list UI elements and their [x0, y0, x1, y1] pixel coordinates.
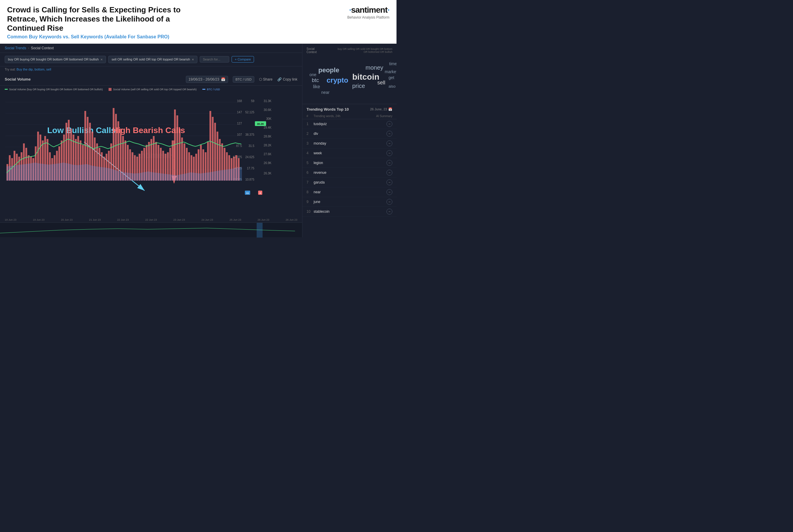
try-out-link[interactable]: Buy the dip, bottom, sell: [17, 68, 51, 71]
x-label-0: 19 Jun 23: [5, 218, 17, 221]
row-num: 3: [307, 141, 314, 146]
svg-rect-54: [35, 146, 37, 180]
search-tag-sell[interactable]: sell OR selling OR sold OR top OR topped…: [108, 56, 197, 63]
legend-green-label: Social Volume (buy OR buying OR bought O…: [9, 88, 103, 91]
cloud-word-bitcoin[interactable]: bitcoin: [352, 72, 380, 82]
close-icon[interactable]: ×: [101, 57, 103, 62]
x-label-9: 26 Jun 23: [257, 218, 269, 221]
calendar-icon: 📅: [221, 77, 226, 81]
svg-rect-114: [176, 115, 178, 180]
date-range-picker[interactable]: 19/06/23 - 26/06/23 📅: [186, 76, 228, 83]
col-header-word: Trending words, 24h: [314, 114, 369, 118]
cloud-word-money[interactable]: money: [366, 64, 383, 71]
table-row[interactable]: 7 garuda −: [303, 178, 396, 187]
cloud-word-price[interactable]: price: [352, 83, 365, 90]
cloud-word-also[interactable]: also: [389, 84, 395, 89]
search-input[interactable]: [200, 56, 229, 62]
minus-icon: −: [386, 209, 392, 214]
svg-rect-91: [122, 136, 124, 180]
share-button[interactable]: ⬡ Share: [259, 77, 273, 81]
date-range-text: 19/06/23 - 26/06/23: [189, 77, 219, 81]
cloud-word-people[interactable]: people: [318, 66, 339, 74]
table-row[interactable]: 9 june −: [303, 197, 396, 207]
svg-rect-14: [255, 121, 266, 126]
svg-rect-52: [30, 157, 32, 180]
x-label-10: 26 Jun 23: [286, 218, 297, 221]
svg-rect-124: [200, 145, 202, 180]
close-icon[interactable]: ×: [192, 57, 194, 62]
svg-rect-139: [235, 155, 237, 180]
svg-rect-128: [210, 111, 211, 180]
asset-text: BTC / USD: [235, 78, 251, 81]
svg-rect-99: [141, 151, 143, 180]
page-title: Crowd is Calling for Sells & Expecting P…: [7, 5, 208, 33]
breadcrumb: Social Trends › Social Context: [0, 44, 302, 53]
svg-rect-59: [46, 139, 49, 180]
svg-text:29.4K: 29.4K: [264, 126, 271, 129]
svg-rect-49: [23, 144, 25, 180]
svg-rect-103: [151, 139, 152, 180]
svg-rect-113: [174, 110, 176, 180]
table-row[interactable]: 4 week −: [303, 148, 396, 158]
minus-icon: −: [386, 199, 392, 205]
svg-text:28.8K: 28.8K: [264, 135, 271, 138]
annotation-arrows: 168 147 127 107 87.5 67.375 47.25 27.125…: [0, 93, 302, 217]
minus-icon: −: [386, 160, 392, 166]
svg-rect-56: [40, 135, 41, 180]
cloud-word-time[interactable]: time: [389, 61, 396, 66]
copy-link-button[interactable]: 🔗 Copy link: [277, 77, 297, 81]
page-header: Crowd is Calling for Sells & Expecting P…: [0, 0, 396, 44]
legend-blue: BTC / USD: [202, 88, 220, 91]
cloud-word-sell[interactable]: sell: [377, 80, 385, 86]
row-num: 6: [307, 171, 314, 175]
svg-rect-48: [21, 152, 22, 180]
svg-rect-63: [56, 151, 58, 180]
cloud-word-get[interactable]: get: [389, 75, 394, 80]
cloud-word-like[interactable]: like: [313, 84, 320, 90]
word-cloud-area: SocialContext buy OR selling OR sold OR …: [303, 44, 396, 104]
legend-green: Social Volume (buy OR buying OR bought O…: [5, 88, 103, 91]
svg-rect-76: [87, 117, 89, 180]
svg-rect-53: [33, 158, 34, 180]
chart-area: ·santiment· Low Bullish Calls High Beari…: [0, 93, 302, 217]
search-tag-buy-text: buy OR buying OR bought OR bottom OR bot…: [8, 58, 99, 61]
svg-rect-74: [82, 145, 84, 180]
breadcrumb-parent[interactable]: Social Trends: [5, 46, 26, 50]
svg-rect-64: [58, 146, 60, 180]
table-row[interactable]: 1 tusdquiz −: [303, 119, 396, 129]
cloud-word-near[interactable]: near: [321, 90, 330, 95]
table-row[interactable]: 8 near −: [303, 187, 396, 197]
svg-rect-95: [132, 152, 133, 180]
table-row[interactable]: 5 legion −: [303, 158, 396, 168]
cloud-word-market[interactable]: market: [385, 69, 396, 74]
svg-rect-137: [231, 158, 232, 180]
search-tag-buy[interactable]: buy OR buying OR bought OR bottom OR bot…: [5, 56, 106, 63]
cloud-word-one[interactable]: one: [309, 72, 316, 77]
table-row[interactable]: 3 monday −: [303, 139, 396, 148]
svg-rect-84: [105, 154, 108, 180]
table-row[interactable]: 2 dlv −: [303, 129, 396, 139]
minimap[interactable]: [0, 223, 302, 237]
svg-text:28.2K: 28.2K: [264, 144, 271, 147]
try-out-label: Try out:: [5, 68, 16, 71]
table-row[interactable]: 10 stablecoin −: [303, 207, 396, 216]
svg-rect-46: [16, 154, 18, 180]
col-header-ai: AI Summary: [369, 114, 392, 118]
word-cloud-content: onepeoplemoneytimebtccryptobitcoinmarket…: [307, 56, 392, 100]
row-num: 9: [307, 200, 314, 204]
svg-text:30K: 30K: [266, 117, 271, 120]
asset-selector[interactable]: BTC / USD: [233, 76, 254, 83]
svg-rect-140: [238, 158, 239, 180]
minus-icon: −: [386, 131, 392, 137]
header-left: Crowd is Calling for Sells & Expecting P…: [7, 5, 208, 40]
share-label: Share: [263, 77, 273, 81]
cloud-word-crypto[interactable]: crypto: [327, 76, 348, 84]
trending-table-body: 1 tusdquiz − 2 dlv − 3 monday − 4 week −…: [303, 119, 396, 216]
svg-rect-72: [77, 136, 79, 180]
compare-button[interactable]: + Compare: [232, 56, 254, 62]
cloud-word-btc[interactable]: btc: [312, 77, 319, 83]
page-subtitle: Common Buy Keywords vs. Sell Keywords (A…: [7, 34, 208, 40]
table-row[interactable]: 6 revenue −: [303, 168, 396, 178]
svg-rect-123: [198, 149, 199, 180]
legend-green-color: [5, 89, 8, 90]
